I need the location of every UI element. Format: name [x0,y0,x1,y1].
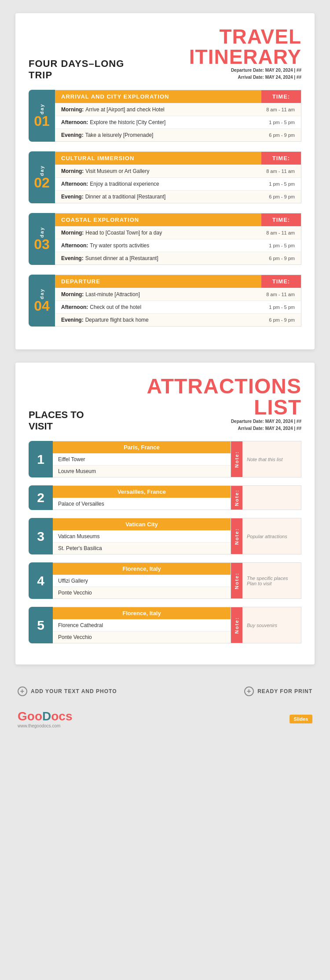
note-column: Note: Buy souvenirs [231,607,301,643]
note-label: Note: [231,518,242,554]
activity-desc: Visit Museum or Art Gallery [84,168,260,174]
note-text[interactable]: Note that this list [242,441,301,477]
day-content: CULTURAL IMMERSION TIME: Morning: Visit … [55,151,301,203]
attraction-place: Palace of Versailles [53,498,231,510]
day-row: Evening: Dinner at a traditional [Restau… [55,190,301,203]
attraction-block-1: 1 Paris, France Eiffel TowerLouvre Museu… [29,441,301,477]
attraction-block-4: 4 Florence, Italy Uffizi GalleryPonte Ve… [29,562,301,599]
attraction-content: Paris, France Eiffel TowerLouvre Museum [53,441,231,477]
brand-logo: GooDocs [18,709,72,723]
day-content: DEPARTURE TIME: Morning: Last-minute [At… [55,275,301,327]
note-text[interactable]: The specific placesPlan to visit [242,563,301,598]
activity-period: Evening: [61,194,84,200]
day-number: 03 [34,237,50,251]
day-badge: day 04 [29,275,55,327]
note-line: Popular attractions [247,534,297,539]
attraction-city: Florence, Italy [53,607,231,619]
attraction-content: Florence, Italy Uffizi GalleryPonte Vecc… [53,562,231,599]
note-line: Buy souvenirs [247,623,297,628]
activity-desc: Dinner at a traditional [Restaurant] [84,194,260,200]
day-title: ARRIVAL AND CITY EXPLORATION [55,90,261,103]
day-header: ARRIVAL AND CITY EXPLORATION TIME: [55,90,301,103]
attractions-page: PLACES TO VISIT ATTRACTIONS LIST Departu… [15,363,315,664]
attraction-place: Florence Cathedral [53,619,231,631]
activity-desc: Take a leisurely [Promenade] [84,132,260,138]
print-button[interactable]: + READY FOR PRINT [244,686,312,696]
day-word: day [39,165,44,176]
time-slot: 1 pm - 5 pm [260,305,295,310]
time-slot: 1 pm - 5 pm [260,243,295,248]
note-wrapper: Note: [231,486,301,510]
time-slot: 1 pm - 5 pm [260,181,295,187]
day-row: Afternoon: Explore the historic [City Ce… [55,116,301,128]
day-row: Afternoon: Enjoy a traditional experienc… [55,177,301,190]
attraction-content: Florence, Italy Florence CathedralPonte … [53,607,231,643]
add-text-button[interactable]: + ADD YOUR TEXT AND PHOTO [18,686,117,696]
add-icon: + [18,686,27,696]
attraction-place: Eiffel Tower [53,453,231,465]
time-slot: 8 am - 11 am [260,292,295,297]
attraction-place: Vatican Museums [53,530,231,542]
attraction-place: Uffizi Gallery [53,575,231,587]
day-title: DEPARTURE [55,275,261,288]
note-column: Note: The specific placesPlan to visit [231,562,301,599]
day-row: Afternoon: Check out of the hotel 1 pm -… [55,301,301,313]
attraction-content: Versailles, France Palace of Versailles [53,485,231,510]
itinerary-title: TRAVEL ITINERARY [132,26,301,67]
attractions-title: ATTRACTIONS LIST [106,376,301,418]
activity-period: Evening: [61,255,84,261]
day-row: Morning: Arrive at [Airport] and check H… [55,103,301,116]
attraction-block-5: 5 Florence, Italy Florence CathedralPont… [29,607,301,643]
time-slot: 6 pm - 9 pm [260,317,295,323]
day-title: COASTAL EXPLORATION [55,213,261,226]
attraction-city: Florence, Italy [53,563,231,575]
note-text[interactable] [242,486,301,510]
attraction-number: 2 [29,485,53,510]
attraction-block-2: 2 Versailles, France Palace of Versaille… [29,485,301,510]
note-label: Note: [231,486,242,510]
attractions-header: PLACES TO VISIT ATTRACTIONS LIST Departu… [29,376,301,432]
attraction-city: Vatican City [53,518,231,530]
day-badge: day 02 [29,151,55,203]
attraction-place: St. Peter's Basilica [53,542,231,554]
activity-period: Afternoon: [61,304,88,310]
attraction-block-3: 3 Vatican City Vatican MuseumsSt. Peter'… [29,518,301,554]
activity-period: Morning: [61,168,84,174]
note-wrapper: Note: Note that this list [231,441,301,477]
activity-desc: Enjoy a traditional experience [88,181,260,187]
time-slot: 6 pm - 9 pm [260,132,295,138]
note-wrapper: Note: Popular attractions [231,518,301,554]
activity-desc: Departure flight back home [84,317,260,323]
note-text[interactable]: Popular attractions [242,518,301,554]
note-column: Note: Popular attractions [231,518,301,554]
attractions-subtitle: PLACES TO VISIT [29,409,106,432]
day-row: Evening: Take a leisurely [Promenade] 6 … [55,128,301,141]
activity-desc: Last-minute [Attraction] [84,291,260,297]
day-word: day [39,288,44,299]
note-column: Note: [231,485,301,510]
note-text[interactable]: Buy souvenirs [242,607,301,643]
day-header: CULTURAL IMMERSION TIME: [55,152,301,165]
day-row: Morning: Visit Museum or Art Gallery 8 a… [55,165,301,177]
activity-desc: Sunset dinner at a [Restaurant] [84,255,260,261]
days-container: day 01 ARRIVAL AND CITY EXPLORATION TIME… [29,90,301,327]
activity-period: Afternoon: [61,119,88,125]
footer: + ADD YOUR TEXT AND PHOTO + READY FOR PR… [0,678,330,705]
itinerary-subtitle: FOUR DAYS–LONG TRIP [29,58,132,81]
day-row: Afternoon: Try water sports activities 1… [55,239,301,252]
print-icon: + [244,686,254,696]
day-header: COASTAL EXPLORATION TIME: [55,213,301,226]
activity-period: Morning: [61,291,84,297]
day-block-04: day 04 DEPARTURE TIME: Morning: Last-min… [29,275,301,327]
activity-period: Morning: [61,106,84,113]
time-slot: 8 am - 11 am [260,107,295,112]
activity-period: Afternoon: [61,181,88,187]
attraction-city: Paris, France [53,441,231,453]
brand-row: GooDocs www.thegoodocs.com Slides [0,705,330,737]
attraction-place: Louvre Museum [53,465,231,477]
day-header: DEPARTURE TIME: [55,275,301,288]
day-row: Morning: Head to [Coastal Town] for a da… [55,226,301,239]
time-label: TIME: [261,90,301,103]
itinerary-header: FOUR DAYS–LONG TRIP TRAVEL ITINERARY Dep… [29,26,301,81]
day-block-01: day 01 ARRIVAL AND CITY EXPLORATION TIME… [29,90,301,142]
